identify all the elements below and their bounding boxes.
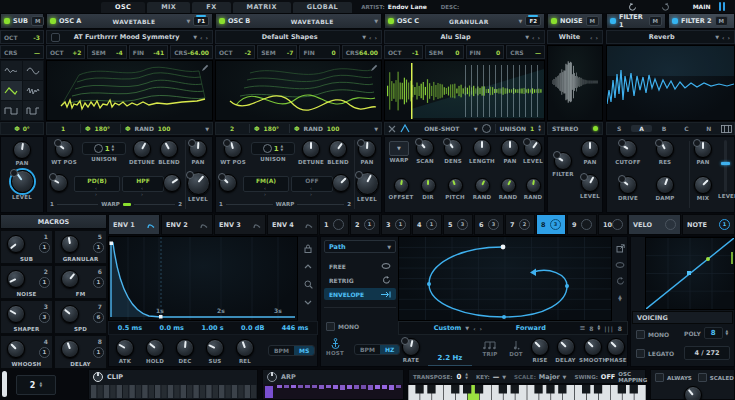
tab-env-3[interactable]: ENV 3 [214, 214, 266, 235]
osc-b-frame-number[interactable]: 2 [219, 125, 245, 132]
stepper-arrows[interactable]: ▲▼ [598, 325, 601, 331]
arp-power-button[interactable] [267, 372, 277, 382]
noise-stereo-control[interactable]: STEREO [547, 122, 603, 135]
tab-lfo-9[interactable]: 9 [567, 214, 597, 235]
lfo-mode-envelope[interactable]: ENVELOPE [324, 288, 396, 300]
osc-a-enable-dot[interactable] [50, 18, 56, 24]
osc-c-header[interactable]: OSC C GRANULAR ▼ F2 [384, 13, 545, 29]
close-icon[interactable] [388, 125, 396, 133]
filter-2-header[interactable]: FILTER 2 M [668, 13, 735, 29]
prev-preset-button[interactable]: ‹ [722, 34, 724, 41]
lfo-grid-x-value[interactable]: 8 [589, 325, 593, 332]
macro-7[interactable]: 41WHOOSH [0, 335, 53, 369]
chevron-down-icon[interactable]: ▼ [474, 126, 478, 132]
sub-pan-knob[interactable]: PAN [9, 141, 35, 166]
osc-c-rand1-knob[interactable]: RAND [470, 178, 494, 200]
osc-a-oct[interactable]: OCT+2 [46, 45, 85, 59]
voicing-legato-toggle[interactable]: LEGATO [636, 349, 674, 358]
tab-fx[interactable]: FX [192, 2, 230, 13]
oval-path-icon[interactable] [615, 262, 625, 268]
filter-slot-a[interactable]: A [631, 125, 651, 132]
noise-enable-dot[interactable] [551, 18, 557, 24]
rotate-icon[interactable] [616, 277, 625, 286]
lfo-rate-knob[interactable]: RATE [398, 338, 424, 363]
chevron-down-icon[interactable] [304, 300, 312, 305]
tab-mix[interactable]: MIX [147, 2, 190, 13]
filter-pan-knob[interactable]: PAN [691, 140, 715, 165]
prev-preset-button[interactable]: ‹ [369, 34, 371, 41]
osc-c-fin[interactable]: FIN0 [466, 45, 505, 59]
chevron-down-icon[interactable]: ▼ [715, 34, 719, 40]
env1-atk-value[interactable]: 0.5 ms [118, 324, 142, 332]
prev-preset-button[interactable]: ‹ [590, 34, 592, 41]
transpose-value[interactable]: 0 [456, 373, 461, 381]
artist-value[interactable]: Endov Lane [388, 3, 427, 10]
env1-bpm-ms-toggle[interactable]: BPMMS [268, 345, 315, 356]
tab-osc[interactable]: OSC [101, 2, 145, 13]
lfo-mode-retrig[interactable]: RETRIG [324, 274, 396, 286]
osc-c-dens-knob[interactable]: DENS [440, 139, 466, 164]
osc-b-warp2-select[interactable]: OFF‹ › [291, 176, 333, 192]
osc-a-detune-knob[interactable]: DETUNE [128, 140, 156, 165]
lfo-mode-free[interactable]: FREE [324, 260, 396, 272]
tab-lfo-2[interactable]: 21 [350, 214, 380, 235]
osc-a-warp2-knob[interactable] [160, 174, 184, 192]
scale-value[interactable]: Major [539, 373, 560, 381]
lfo-smooth-knob[interactable]: SMOOTH [579, 338, 606, 363]
macro-knob[interactable] [61, 270, 79, 288]
osc-c-preset-selector[interactable]: Alu Slap ▼ ‹ › [384, 30, 545, 44]
osc-c-playmode-select[interactable]: ONE-SHOT [414, 125, 470, 132]
macro-knob[interactable] [7, 340, 25, 358]
env1-dec-value[interactable]: 1.00 s [201, 324, 223, 332]
lfo-delay-knob[interactable]: DELAY [553, 338, 578, 363]
filter-drive-knob[interactable]: DRIVE [613, 176, 643, 201]
tab-lfo-5[interactable]: 53 [443, 214, 473, 235]
osc-b-enable-dot[interactable] [219, 18, 225, 24]
osc-b-phase-value[interactable]: 180° [264, 125, 280, 132]
env1-sus-knob[interactable]: SUS [202, 339, 228, 364]
tab-lfo-1[interactable]: 1 [319, 214, 349, 235]
osc-b-header[interactable]: OSC B WAVETABLE ▼ [215, 13, 382, 29]
osc-a-menu-chevron-icon[interactable]: ▼ [205, 126, 209, 132]
osc-c-oct[interactable]: OCT-1 [384, 45, 423, 59]
macro-5[interactable]: 33SHAPER [0, 300, 53, 334]
chevron-up-icon[interactable] [304, 264, 312, 269]
prev-preset-button[interactable]: ‹ [532, 34, 534, 41]
osc-c-scan-knob[interactable]: SCAN [412, 139, 438, 164]
lfo-dot-toggle[interactable]: DOT [506, 340, 526, 357]
tab-lfo-4[interactable]: 41 [412, 214, 442, 235]
osc-c-filter-route[interactable]: F2 [525, 16, 541, 26]
tab-lfo-3[interactable]: 31 [381, 214, 411, 235]
osc-c-offset-knob[interactable]: OFFSET [388, 178, 414, 200]
undo-icon[interactable] [628, 2, 637, 11]
prev-preset-button[interactable]: ‹ [200, 34, 202, 41]
env1-rel-value[interactable]: 446 ms [282, 324, 308, 332]
osc-b-mode-select[interactable]: WAVETABLE [253, 18, 371, 25]
filter-res-knob[interactable]: RES [652, 140, 678, 165]
macro-6[interactable]: 76SPD [54, 300, 107, 334]
osc-c-length-knob[interactable]: LENGTH [468, 139, 496, 164]
tab-lfo-8[interactable]: 83 [536, 214, 566, 235]
sub-level-knob[interactable]: LEVEL [8, 170, 36, 200]
osc-b-warp1-select[interactable]: FM(A)‹ › [243, 176, 289, 192]
filter-response-display[interactable] [606, 45, 735, 121]
sub-shape-noise[interactable] [23, 81, 44, 100]
cc-knob[interactable] [684, 386, 702, 400]
osc-c-rand2-knob[interactable]: RAND [496, 178, 520, 200]
env1-atk-knob[interactable]: ATK [112, 339, 138, 364]
osc-c-pan-knob[interactable]: PAN [498, 139, 522, 164]
macro-knob[interactable] [7, 270, 25, 288]
next-preset-button[interactable]: › [375, 34, 377, 41]
lfo-grid-y-value[interactable]: 8 [618, 325, 622, 332]
sub-shape-triangle-selected[interactable] [1, 81, 22, 100]
osc-b-preset-selector[interactable]: Default Shapes ▼ ‹ › [215, 30, 382, 44]
voicing-poly-control[interactable]: POLY 8 ▲▼ [684, 327, 728, 339]
noise-header[interactable]: NOISE M [547, 13, 603, 29]
osc-a-frame-number[interactable]: 1 [50, 125, 76, 132]
external-link-icon[interactable] [616, 244, 625, 253]
osc-b-sem[interactable]: SEM-7 [257, 45, 297, 59]
osc-c-sem[interactable]: SEM0 [425, 45, 464, 59]
lfo-xy-display[interactable] [398, 236, 612, 321]
noise-filter-knob[interactable]: FILTER [549, 152, 577, 177]
lfo-mono-toggle[interactable]: MONO [326, 322, 359, 331]
